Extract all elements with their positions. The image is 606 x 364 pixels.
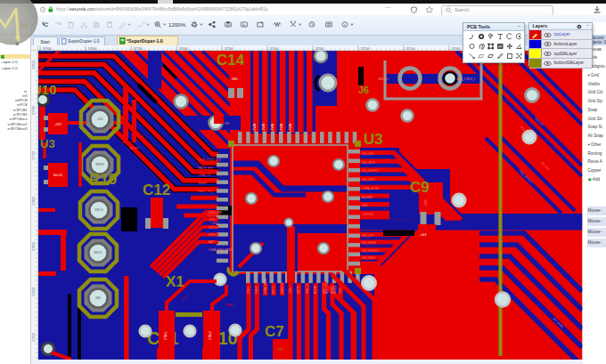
- svg-text:SCK: SCK: [339, 288, 342, 294]
- svg-text:-37100: -37100: [405, 47, 415, 51]
- svg-text:LOW_CS: LOW_CS: [306, 283, 309, 294]
- svg-text:LORA_DIO1_NDF2: LORA_DIO1_NDF2: [209, 248, 233, 252]
- svg-text:M2V88: M2V88: [314, 286, 317, 294]
- svg-text:GND: GND: [152, 201, 160, 205]
- svg-text:-37600: -37600: [178, 47, 188, 51]
- svg-text:-37200: -37200: [360, 47, 370, 51]
- svg-text:BUTT1: BUTT1: [272, 286, 275, 294]
- svg-text:!RESET: !RESET: [198, 182, 208, 185]
- svg-text:BUTT6: BUTT6: [297, 286, 300, 294]
- svg-text:+3V3A: +3V3A: [289, 124, 292, 132]
- svg-text:R19: R19: [89, 171, 117, 188]
- svg-text:i: i: [42, 7, 43, 12]
- svg-text:GND: GND: [232, 77, 239, 81]
- svg-text:+3V3: +3V3: [54, 123, 61, 126]
- svg-text:M3S21: M3S21: [331, 286, 334, 294]
- svg-text:SD1_DETECT: SD1_DETECT: [362, 169, 380, 173]
- svg-text:SWDIO: SWDIO: [209, 233, 218, 237]
- svg-text:-37300: -37300: [315, 47, 324, 51]
- svg-text:-27700: -27700: [32, 106, 36, 116]
- svg-text:XTAL2: XTAL2: [255, 286, 258, 294]
- svg-text:-27750: -27750: [32, 151, 36, 161]
- svg-text:XTAL1: XTAL1: [164, 331, 168, 340]
- svg-text:SD0_MISO: SD0_MISO: [362, 178, 376, 182]
- svg-text:C14: C14: [217, 52, 245, 69]
- svg-text:C12: C12: [143, 182, 170, 198]
- svg-text:XTAL2: XTAL2: [209, 331, 212, 340]
- svg-text:-37400: -37400: [269, 47, 279, 51]
- svg-text:BUZZER: BUZZER: [362, 196, 373, 199]
- svg-text:SnCLK: SnCLK: [53, 174, 63, 177]
- svg-text:XTAL2: XTAL2: [225, 303, 233, 307]
- svg-text:-37000: -37000: [451, 47, 461, 51]
- svg-text:+3v3: +3v3: [420, 233, 427, 237]
- svg-text:+3V3: +3V3: [230, 109, 236, 113]
- svg-text:LORA_DIO0E: LORA_DIO0E: [362, 187, 379, 190]
- svg-text:-37800: -37800: [87, 47, 97, 51]
- svg-text:VDDCORE: VDDCORE: [207, 214, 220, 217]
- svg-text:GND: GND: [362, 204, 369, 207]
- svg-text:C7: C7: [265, 323, 284, 340]
- svg-text:1200%: 1200%: [168, 21, 186, 28]
- svg-text:SD2_MOLE: SD2_MOLE: [362, 241, 376, 245]
- svg-text:X1: X1: [166, 273, 184, 290]
- svg-text:SD(1_2 SD(3_2: SD(1_2 SD(3_2: [456, 77, 476, 81]
- svg-text:SWCLK: SWCLK: [209, 226, 218, 230]
- svg-text:U3: U3: [364, 131, 383, 148]
- svg-text:+3V3: +3V3: [289, 287, 292, 294]
- svg-text:-27850: -27850: [32, 242, 36, 252]
- svg-text:!RESET: !RESET: [129, 147, 139, 150]
- svg-text:MDF_CN: MDF_CN: [325, 283, 329, 294]
- svg-text:3V3: 3V3: [225, 122, 229, 125]
- svg-text:RADIO_IRQ: RADIO_IRQ: [198, 190, 213, 193]
- svg-text:GND: GND: [95, 296, 101, 300]
- svg-text:SD2_MISO: SD2_MISO: [362, 256, 376, 260]
- svg-text:SWDIO: SWDIO: [94, 251, 102, 255]
- svg-text:+3V3A: +3V3A: [271, 124, 274, 132]
- svg-text:-27650: -27650: [32, 61, 36, 70]
- svg-text:-37700: -37700: [133, 47, 143, 51]
- svg-text:BATT: BATT: [209, 240, 216, 244]
- svg-text:+3V3: +3V3: [211, 222, 217, 225]
- svg-text:+3V3A: +3V3A: [280, 124, 283, 132]
- svg-text:LORA_MOD1: LORA_MOD1: [264, 278, 267, 294]
- svg-text:-27900: -27900: [32, 287, 36, 297]
- svg-text:SWCLK: SWCLK: [94, 208, 103, 212]
- svg-text:C9: C9: [410, 179, 430, 196]
- svg-text:-27950: -27950: [32, 333, 36, 343]
- svg-text:GROUND: GROUND: [281, 283, 284, 294]
- svg-text:SD2_SCK: SD2_SCK: [362, 234, 374, 238]
- svg-text:-27800: -27800: [32, 197, 36, 206]
- svg-text:LORA_CS: LORA_CS: [198, 174, 210, 177]
- svg-text:LORA_SODO_AG1: LORA_SODO_AG1: [198, 158, 222, 162]
- svg-text:SD0_MOSI: SD0_MOSI: [362, 161, 375, 165]
- svg-text:C8/9: C8/9: [424, 199, 428, 206]
- svg-text:!RESET: !RESET: [95, 163, 104, 166]
- svg-text:-37500: -37500: [224, 47, 233, 51]
- svg-text:+3V3A: +3V3A: [262, 124, 266, 132]
- svg-text:-37900: -37900: [42, 47, 52, 51]
- svg-text:+3V0/3V3: +3V0/3V3: [362, 213, 374, 216]
- svg-text:WIFI_CS: WIFI_CS: [323, 284, 326, 294]
- svg-text:✕: ✕: [15, 41, 20, 47]
- svg-text:GND1_2: GND1_2: [378, 77, 389, 81]
- svg-text:SD0_SCK: SD0_SCK: [362, 152, 374, 156]
- svg-text:RADIO_RST: RADIO_RST: [198, 166, 213, 170]
- svg-text:SD2_DETECT: SD2_DETECT: [362, 249, 380, 253]
- svg-text:+3V3A: +3V3A: [253, 124, 257, 132]
- svg-text:+3V3: +3V3: [97, 117, 103, 121]
- svg-text:J6: J6: [358, 85, 369, 95]
- svg-text:U3: U3: [40, 137, 55, 150]
- svg-text:GND: GND: [277, 348, 284, 352]
- svg-text:XTAL1: XTAL1: [247, 286, 250, 294]
